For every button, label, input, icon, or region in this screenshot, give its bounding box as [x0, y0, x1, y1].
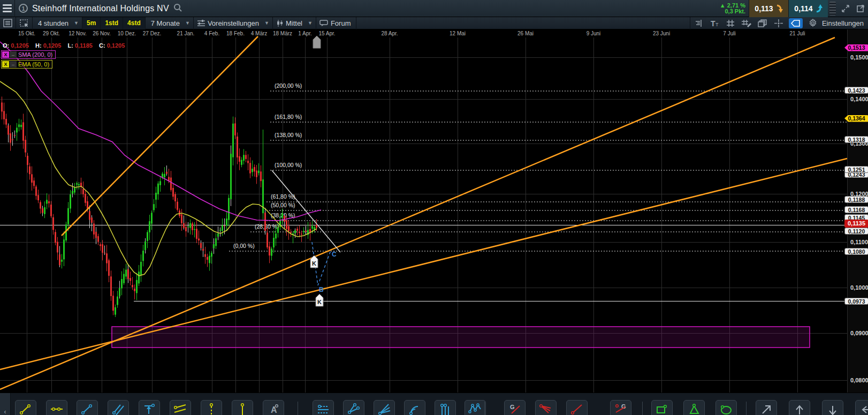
tool-arrow-up[interactable] [789, 400, 810, 415]
date-label: 12 Nov. [68, 31, 87, 36]
layers-icon[interactable] [755, 17, 771, 29]
price-level-badge[interactable]: 0,1423 [844, 87, 868, 94]
selection-tool-icon[interactable] [16, 17, 33, 29]
date-label: 29 Okt. [43, 31, 60, 36]
tool-gann-grid[interactable]: G [610, 400, 631, 415]
price-level-badge[interactable]: 0,1513 [844, 44, 868, 51]
tool-xabcd-pattern[interactable] [465, 400, 486, 415]
tool-triangle-tool[interactable] [683, 400, 705, 415]
quick-interval-1std[interactable]: 1std [101, 17, 123, 29]
price-level-badge[interactable]: 0,1188 [844, 196, 868, 203]
date-label: 26 Nov. [93, 31, 111, 36]
current-price-badge[interactable]: 0,1135 [844, 220, 868, 228]
date-label: 28 Apr. [381, 31, 398, 36]
fullscreen-icon[interactable] [840, 3, 851, 14]
hamburger-menu-icon[interactable] [0, 0, 15, 17]
gear-icon[interactable] [805, 17, 821, 29]
support-zone-rect[interactable] [112, 327, 810, 348]
abc-label: C [332, 251, 337, 258]
tool-parallel-lines[interactable] [108, 400, 129, 415]
search-icon[interactable] [173, 3, 182, 14]
text-label-icon[interactable]: TT [706, 17, 722, 29]
price-level-badge[interactable]: 0,1318 [844, 136, 868, 143]
sma-label: SMA (200, 0) [18, 51, 52, 58]
tool-arrow-ne[interactable] [756, 400, 777, 415]
quick-interval-4std[interactable]: 4std [123, 17, 146, 29]
remove-ema-button[interactable]: X [2, 61, 9, 67]
tool-rect-tool[interactable] [651, 400, 673, 415]
forum-button[interactable]: Forum [316, 17, 357, 29]
popout-window-icon[interactable] [855, 3, 866, 14]
buy-button[interactable]: 0,114 [788, 0, 828, 17]
price-axis[interactable]: 0,15000,14000,13000,12000,11000,10000,09… [847, 29, 868, 393]
price-level-badge[interactable]: 0,1251 [844, 166, 868, 173]
chart-area[interactable]: (200,00 %)(161,80 %)(138,00 %)(100,00 %)… [0, 29, 868, 393]
range-dropdown[interactable]: 7 Monate▼ [146, 17, 194, 29]
quote-board-icon[interactable] [0, 17, 16, 29]
tool-arrow-left[interactable] [855, 400, 868, 415]
tool-channel[interactable] [170, 400, 191, 415]
sliders-icon [197, 19, 205, 27]
svg-text:G: G [510, 404, 515, 410]
depth-scale-icon[interactable] [690, 17, 706, 29]
candles [1, 96, 317, 317]
tool-ellipse-tool[interactable] [715, 400, 737, 415]
chart-toolbar: 4 stunden▼ 5m 1std 4std 7 Monate▼ Vorein… [0, 17, 868, 29]
grid-icon[interactable] [722, 17, 738, 29]
date-label: 27 Dez. [143, 31, 161, 36]
toolbar-collapse-button[interactable]: ‹ [0, 393, 11, 415]
minimize-ema-button[interactable]: _ [10, 61, 17, 67]
price-level-badge[interactable]: 0,1080 [844, 248, 868, 255]
price-level-badge[interactable]: 0,1168 [844, 206, 868, 213]
price-level-badge[interactable]: 0,0973 [844, 298, 868, 305]
tool-fib-arcs[interactable] [404, 400, 425, 415]
price-tick: 0,1500 [850, 54, 868, 61]
drag-handle[interactable] [829, 2, 836, 16]
date-label: 1 Apr. [298, 31, 312, 36]
presets-dropdown[interactable]: Voreinstellungen▼ [194, 17, 273, 29]
top-bar: 1 Steinhoff International Holdings NV ▲ … [0, 0, 868, 17]
tool-trend-line[interactable] [77, 400, 98, 415]
tool-pitchfork[interactable] [343, 400, 364, 415]
eraser-tool-button[interactable] [789, 18, 803, 28]
crosshair-icon[interactable] [771, 17, 787, 29]
price-level-badge[interactable]: 0,1120 [844, 228, 868, 235]
interval-dropdown[interactable]: 4 stunden▼ [33, 17, 82, 29]
tool-speed-fan[interactable] [374, 400, 395, 415]
date-label: 15 Okt. [18, 31, 35, 36]
price-level-badge[interactable]: 0,1364 [844, 115, 868, 122]
fib-label: (100,00 %) [275, 162, 302, 168]
open-value: 0,1205 [11, 42, 29, 49]
pin-marker-label: K [317, 299, 322, 305]
price-chart[interactable]: (200,00 %)(161,80 %)(138,00 %)(100,00 %)… [0, 29, 868, 393]
tool-diagonal[interactable] [566, 400, 588, 415]
drawing-toolbar: ‹ AGG [0, 393, 868, 415]
sell-button[interactable]: 0,113 [749, 0, 788, 17]
date-label: 4 März [251, 31, 268, 36]
tool-vertical-arrow[interactable] [139, 400, 160, 415]
date-label: 9 Juni [587, 31, 601, 36]
tool-trend-line[interactable] [15, 400, 36, 415]
remove-sma-button[interactable]: X [2, 51, 9, 58]
grid-edit-icon[interactable] [738, 17, 755, 29]
tool-text-a[interactable]: A [263, 400, 284, 415]
chevron-down-icon: ▼ [185, 20, 190, 26]
change-percent: ▲ 2,71 % [720, 3, 745, 9]
tool-vertical-dashed[interactable] [201, 400, 222, 415]
settings-button[interactable]: Einstellungen [821, 19, 868, 27]
pin-marker[interactable] [313, 36, 321, 48]
tool-time-zones[interactable] [435, 400, 456, 415]
tool-vertical-line[interactable] [232, 400, 253, 415]
high-value: 0,1205 [43, 42, 62, 49]
low-value: 0,1185 [75, 42, 93, 49]
tool-regression[interactable] [313, 400, 334, 415]
minimize-sma-button[interactable]: _ [10, 51, 17, 58]
sma-indicator-legend: X _ SMA (200, 0) [1, 50, 56, 59]
indicator-dropdown[interactable]: Mittel▼ [273, 17, 316, 29]
tool-fib-fan[interactable] [535, 400, 557, 415]
date-label: 21 Juli [790, 31, 805, 36]
tool-arrow-down[interactable] [822, 400, 843, 415]
tool-horizontal-line[interactable] [46, 400, 67, 415]
tool-gann-line[interactable]: G [504, 400, 526, 415]
quick-interval-5m[interactable]: 5m [82, 17, 101, 29]
